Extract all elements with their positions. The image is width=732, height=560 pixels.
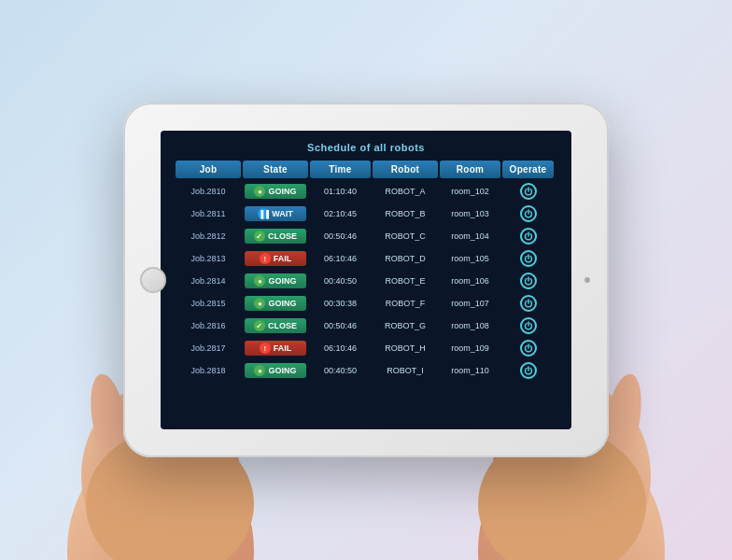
ipad-home-button[interactable]	[140, 267, 166, 293]
ipad-bezel	[123, 103, 609, 457]
ipad-camera	[584, 277, 590, 283]
ipad: Schedule of all robots Job State Time Ro…	[123, 103, 609, 457]
scene: Schedule of all robots Job State Time Ro…	[0, 0, 732, 560]
